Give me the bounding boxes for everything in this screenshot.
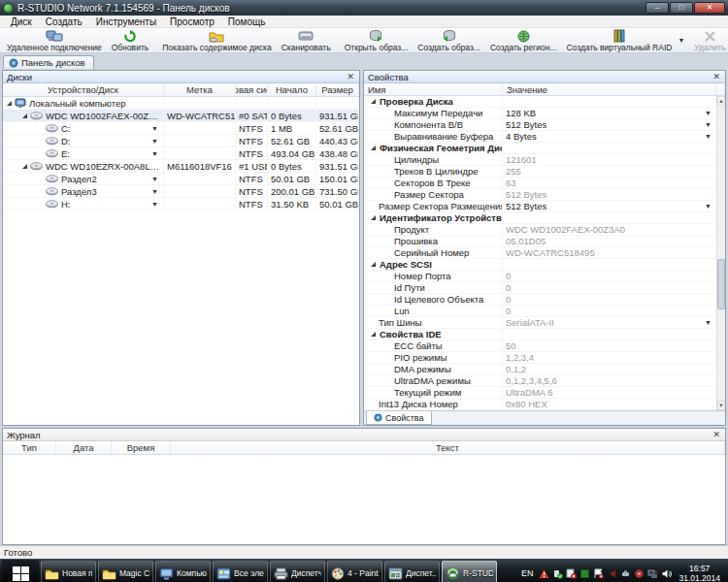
tab-properties[interactable]: Свойства xyxy=(366,411,432,425)
journal-column-header[interactable]: Текст xyxy=(171,441,725,454)
scheduler-icon[interactable] xyxy=(566,568,577,579)
property-row[interactable]: Прошивка05.01D05 xyxy=(364,236,716,247)
toolbar-button[interactable]: Создать виртуальный RAID xyxy=(561,28,677,52)
chevron-down-icon[interactable]: ▼ xyxy=(705,319,713,326)
property-row[interactable]: Текущий режимUltraDMA 6 xyxy=(364,387,716,399)
disks-column-header[interactable]: Устройство/Диск xyxy=(3,83,164,96)
property-row[interactable]: Секторов В Треке63 xyxy=(364,178,716,189)
property-row[interactable]: ECC байты50 xyxy=(364,340,716,352)
network-icon[interactable] xyxy=(647,568,658,579)
taskbar-button[interactable]: 4 - Paint xyxy=(327,561,382,582)
properties-close-icon[interactable]: ✕ xyxy=(711,73,721,81)
properties-col-name[interactable]: Имя xyxy=(364,83,503,95)
menu-item-инструменты[interactable]: Инструменты xyxy=(89,16,163,27)
scrollbar-thumb[interactable] xyxy=(717,259,725,309)
property-row[interactable]: Тип ШиныSerialATA-II▼ xyxy=(364,317,716,329)
property-row[interactable]: Lun0 xyxy=(364,306,716,317)
chevron-down-icon[interactable]: ▼ xyxy=(705,133,713,140)
disks-column-header[interactable]: Размер xyxy=(316,83,359,96)
chevron-down-icon[interactable]: ▼ xyxy=(705,203,713,210)
chevron-down-icon[interactable]: ▼ xyxy=(151,150,160,157)
disk-row[interactable]: E:▼NTFS493.04 GB438.48 GB xyxy=(3,147,359,160)
disk-row[interactable]: D:▼NTFS52.61 GB440.43 GB xyxy=(3,135,359,147)
maximize-button[interactable]: □ xyxy=(670,2,693,14)
toolbar-button[interactable]: Обновить xyxy=(107,28,154,52)
minimize-button[interactable]: – xyxy=(645,2,669,14)
desktop-icon[interactable] xyxy=(579,568,590,579)
warning-icon[interactable] xyxy=(539,568,549,579)
journal-column-header[interactable]: Тип xyxy=(3,441,56,454)
expander-icon[interactable] xyxy=(371,99,376,104)
menu-item-создать[interactable]: Создать xyxy=(39,16,89,27)
property-group-row[interactable]: Свойства IDE xyxy=(364,329,716,340)
toolbar-button[interactable]: Создать регион... xyxy=(485,28,561,52)
property-row[interactable]: Треков В Цилиндре255 xyxy=(364,166,716,178)
tab-disk-panel[interactable]: Панель дисков xyxy=(3,55,94,69)
taskbar-button[interactable]: Диспет... xyxy=(384,561,440,582)
property-row[interactable]: Int13 Диска Номер0x80 HEX xyxy=(364,399,716,410)
journal-close-icon[interactable]: ✕ xyxy=(711,431,721,439)
property-row[interactable]: Размер Сектора Размещения Разделов512 By… xyxy=(364,201,716,212)
toolbar-button[interactable]: Сканировать xyxy=(277,28,336,52)
menu-item-диск[interactable]: Диск xyxy=(4,16,39,27)
expander-icon[interactable] xyxy=(371,146,376,150)
disk-row[interactable]: Раздел3▼NTFS200.01 GB731.50 GB xyxy=(3,185,359,198)
property-group-row[interactable]: Идентификатор Устройства xyxy=(364,212,716,224)
chevron-down-icon[interactable]: ▼ xyxy=(705,110,713,116)
disk-row[interactable]: Раздел2▼NTFS50.01 GB150.01 GB xyxy=(3,173,359,185)
property-value[interactable]: 512 Bytes▼ xyxy=(503,119,716,130)
property-row[interactable]: DMA режимы0,1,2 xyxy=(364,364,716,375)
speaker-icon[interactable] xyxy=(661,568,672,579)
property-group-row[interactable]: Проверка Диска xyxy=(364,96,716,108)
property-row[interactable]: Компонента В/В512 Bytes▼ xyxy=(364,119,716,131)
chevron-down-icon[interactable]: ▼ xyxy=(678,37,684,44)
property-row[interactable]: Id Пути0 xyxy=(364,282,716,294)
safely-remove-icon[interactable] xyxy=(552,568,563,579)
action-center-icon[interactable] xyxy=(593,568,604,579)
start-button[interactable] xyxy=(2,560,39,582)
chevron-down-icon[interactable]: ▼ xyxy=(151,176,160,182)
disk-row[interactable]: WDC WD1002FAEX-00Z3A005.01D05WD-WCATRC51… xyxy=(3,110,359,122)
antivirus-icon[interactable] xyxy=(634,568,645,579)
property-value[interactable]: SerialATA-II▼ xyxy=(503,317,716,328)
property-row[interactable]: Номер Порта0 xyxy=(364,271,716,282)
taskbar-button[interactable]: Диспетч... xyxy=(270,561,325,582)
disks-column-header[interactable]: Начало xyxy=(268,83,316,96)
properties-scrollbar[interactable]: ▲ ▼ xyxy=(716,96,725,410)
disk-row[interactable]: WDC WD10EZRX-00A8LB0M6116018VF16#1 USB0 … xyxy=(3,160,359,173)
chevron-down-icon[interactable]: ▼ xyxy=(705,121,713,128)
chevron-down-icon[interactable]: ▼ xyxy=(151,138,160,145)
taskbar-button[interactable]: Компью... xyxy=(155,561,211,582)
close-button[interactable]: ✕ xyxy=(694,2,725,14)
expander-icon[interactable] xyxy=(371,262,376,267)
disk-row[interactable]: H:▼NTFS31.50 KB50.01 GB xyxy=(3,198,359,210)
property-row[interactable]: ПродуктWDC WD1002FAEX-00Z3A0 xyxy=(364,224,716,236)
chevron-down-icon[interactable]: ▼ xyxy=(151,201,160,208)
expander-icon[interactable] xyxy=(371,215,376,220)
journal-column-header[interactable]: Время xyxy=(112,441,171,454)
menu-item-просмотр[interactable]: Просмотр xyxy=(163,16,221,27)
property-group-row[interactable]: Физическая Геометрия Диска xyxy=(364,143,716,154)
expander-icon[interactable] xyxy=(22,113,27,118)
disks-column-header[interactable]: Метка xyxy=(164,83,236,96)
property-row[interactable]: Серийный НомерWD-WCATRC518495 xyxy=(364,247,716,259)
property-group-row[interactable]: Адрес SCSI xyxy=(364,259,716,271)
chevron-down-icon[interactable]: ▼ xyxy=(151,125,160,132)
property-value[interactable]: 512 Bytes▼ xyxy=(503,201,716,211)
toolbar-button[interactable]: Показать содержимое диска xyxy=(157,28,276,52)
taskbar-button[interactable]: Все эле... xyxy=(213,561,268,582)
property-row[interactable]: Id Целевого Объекта0 xyxy=(364,294,716,306)
journal-column-header[interactable]: Дата xyxy=(56,441,112,454)
toolbar-button[interactable]: Удаленное подключение xyxy=(2,28,107,52)
property-row[interactable]: PIO режимы1,2,3,4 xyxy=(364,352,716,364)
language-indicator[interactable]: EN xyxy=(518,568,537,578)
property-value[interactable]: 4 Bytes▼ xyxy=(503,131,716,142)
property-row[interactable]: Цилиндры121601 xyxy=(364,154,716,166)
property-value[interactable]: 128 KB▼ xyxy=(503,108,716,118)
menu-item-помощь[interactable]: Помощь xyxy=(221,16,273,27)
expander-icon[interactable] xyxy=(7,101,12,106)
disks-column-header[interactable]: ловая сист xyxy=(236,83,268,96)
taskbar-button[interactable]: R-STUDI... xyxy=(442,561,497,582)
expander-icon[interactable] xyxy=(22,164,27,169)
scroll-down-icon[interactable]: ▼ xyxy=(717,401,725,410)
